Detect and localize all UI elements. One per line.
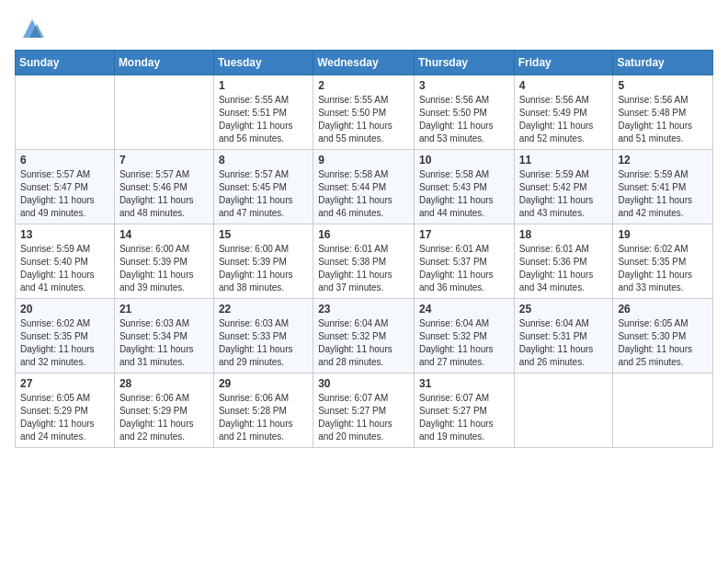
- cell-content: Sunrise: 6:01 AM Sunset: 5:38 PM Dayligh…: [318, 243, 409, 294]
- calendar-header-row: SundayMondayTuesdayWednesdayThursdayFrid…: [16, 51, 713, 75]
- day-number: 22: [219, 303, 308, 316]
- weekday-header: Saturday: [613, 51, 713, 75]
- weekday-header: Tuesday: [213, 51, 313, 75]
- day-number: 8: [219, 154, 308, 167]
- day-number: 29: [219, 377, 308, 390]
- calendar-cell: 19Sunrise: 6:02 AM Sunset: 5:35 PM Dayli…: [613, 224, 713, 299]
- calendar-cell: 23Sunrise: 6:04 AM Sunset: 5:32 PM Dayli…: [313, 299, 415, 373]
- day-number: 25: [519, 303, 609, 316]
- calendar-cell: 15Sunrise: 6:00 AM Sunset: 5:39 PM Dayli…: [213, 224, 313, 299]
- calendar-cell: 12Sunrise: 5:59 AM Sunset: 5:41 PM Dayli…: [613, 150, 713, 224]
- calendar-cell: 22Sunrise: 6:03 AM Sunset: 5:33 PM Dayli…: [213, 299, 313, 373]
- calendar-cell: 18Sunrise: 6:01 AM Sunset: 5:36 PM Dayli…: [514, 224, 613, 299]
- calendar-week-row: 6Sunrise: 5:57 AM Sunset: 5:47 PM Daylig…: [16, 150, 713, 224]
- calendar-cell: 20Sunrise: 6:02 AM Sunset: 5:35 PM Dayli…: [16, 299, 115, 373]
- cell-content: Sunrise: 5:58 AM Sunset: 5:43 PM Dayligh…: [419, 168, 509, 220]
- day-number: 30: [318, 377, 409, 390]
- calendar-cell: 1Sunrise: 5:55 AM Sunset: 5:51 PM Daylig…: [213, 75, 313, 150]
- day-number: 26: [618, 303, 708, 316]
- calendar-cell: 5Sunrise: 5:56 AM Sunset: 5:48 PM Daylig…: [613, 75, 713, 150]
- cell-content: Sunrise: 6:05 AM Sunset: 5:29 PM Dayligh…: [20, 392, 109, 443]
- cell-content: Sunrise: 6:04 AM Sunset: 5:32 PM Dayligh…: [318, 317, 409, 369]
- calendar-cell: 16Sunrise: 6:01 AM Sunset: 5:38 PM Dayli…: [313, 224, 415, 299]
- day-number: 19: [618, 228, 708, 241]
- calendar-cell: 28Sunrise: 6:06 AM Sunset: 5:29 PM Dayli…: [114, 373, 213, 448]
- day-number: 28: [119, 377, 209, 390]
- calendar-cell: [514, 373, 613, 448]
- calendar-cell: 9Sunrise: 5:58 AM Sunset: 5:44 PM Daylig…: [313, 150, 415, 224]
- day-number: 4: [519, 79, 609, 92]
- day-number: 2: [318, 79, 409, 92]
- day-number: 24: [419, 303, 509, 316]
- calendar-cell: 10Sunrise: 5:58 AM Sunset: 5:43 PM Dayli…: [414, 150, 514, 224]
- day-number: 7: [119, 154, 209, 167]
- calendar-cell: 21Sunrise: 6:03 AM Sunset: 5:34 PM Dayli…: [114, 299, 213, 373]
- calendar-cell: [613, 373, 713, 448]
- day-number: 18: [519, 228, 609, 241]
- cell-content: Sunrise: 5:59 AM Sunset: 5:41 PM Dayligh…: [618, 168, 708, 220]
- day-number: 23: [318, 303, 409, 316]
- cell-content: Sunrise: 6:00 AM Sunset: 5:39 PM Dayligh…: [119, 243, 209, 294]
- cell-content: Sunrise: 6:01 AM Sunset: 5:37 PM Dayligh…: [419, 243, 509, 294]
- cell-content: Sunrise: 6:07 AM Sunset: 5:27 PM Dayligh…: [318, 392, 409, 443]
- calendar-cell: 24Sunrise: 6:04 AM Sunset: 5:32 PM Dayli…: [414, 299, 514, 373]
- weekday-header: Friday: [514, 51, 613, 75]
- cell-content: Sunrise: 6:02 AM Sunset: 5:35 PM Dayligh…: [20, 317, 109, 369]
- calendar-cell: [114, 75, 213, 150]
- weekday-header: Thursday: [414, 51, 514, 75]
- logo-icon: [18, 15, 46, 42]
- logo: [15, 15, 46, 42]
- page-header: [15, 15, 713, 42]
- cell-content: Sunrise: 5:55 AM Sunset: 5:51 PM Dayligh…: [219, 94, 308, 145]
- calendar-cell: 29Sunrise: 6:06 AM Sunset: 5:28 PM Dayli…: [213, 373, 313, 448]
- calendar-table: SundayMondayTuesdayWednesdayThursdayFrid…: [15, 50, 713, 448]
- weekday-header: Wednesday: [313, 51, 415, 75]
- calendar-cell: 25Sunrise: 6:04 AM Sunset: 5:31 PM Dayli…: [514, 299, 613, 373]
- day-number: 10: [419, 154, 509, 167]
- day-number: 9: [318, 154, 409, 167]
- day-number: 27: [20, 377, 109, 390]
- cell-content: Sunrise: 5:57 AM Sunset: 5:45 PM Dayligh…: [219, 168, 308, 220]
- day-number: 6: [20, 154, 109, 167]
- calendar-cell: 4Sunrise: 5:56 AM Sunset: 5:49 PM Daylig…: [514, 75, 613, 150]
- day-number: 21: [119, 303, 209, 316]
- cell-content: Sunrise: 5:58 AM Sunset: 5:44 PM Dayligh…: [318, 168, 409, 220]
- calendar-cell: 17Sunrise: 6:01 AM Sunset: 5:37 PM Dayli…: [414, 224, 514, 299]
- calendar-cell: 30Sunrise: 6:07 AM Sunset: 5:27 PM Dayli…: [313, 373, 415, 448]
- day-number: 12: [618, 154, 708, 167]
- calendar-cell: [16, 75, 115, 150]
- cell-content: Sunrise: 6:04 AM Sunset: 5:32 PM Dayligh…: [419, 317, 509, 369]
- calendar-cell: 13Sunrise: 5:59 AM Sunset: 5:40 PM Dayli…: [16, 224, 115, 299]
- day-number: 15: [219, 228, 308, 241]
- cell-content: Sunrise: 5:55 AM Sunset: 5:50 PM Dayligh…: [318, 94, 409, 145]
- cell-content: Sunrise: 5:59 AM Sunset: 5:40 PM Dayligh…: [20, 243, 109, 294]
- cell-content: Sunrise: 6:02 AM Sunset: 5:35 PM Dayligh…: [618, 243, 708, 294]
- cell-content: Sunrise: 5:59 AM Sunset: 5:42 PM Dayligh…: [519, 168, 609, 220]
- cell-content: Sunrise: 6:04 AM Sunset: 5:31 PM Dayligh…: [519, 317, 609, 369]
- calendar-cell: 8Sunrise: 5:57 AM Sunset: 5:45 PM Daylig…: [213, 150, 313, 224]
- cell-content: Sunrise: 6:07 AM Sunset: 5:27 PM Dayligh…: [419, 392, 509, 443]
- calendar-week-row: 20Sunrise: 6:02 AM Sunset: 5:35 PM Dayli…: [16, 299, 713, 373]
- day-number: 1: [219, 79, 308, 92]
- weekday-header: Sunday: [16, 51, 115, 75]
- day-number: 31: [419, 377, 509, 390]
- calendar-cell: 11Sunrise: 5:59 AM Sunset: 5:42 PM Dayli…: [514, 150, 613, 224]
- cell-content: Sunrise: 6:06 AM Sunset: 5:28 PM Dayligh…: [219, 392, 308, 443]
- day-number: 11: [519, 154, 609, 167]
- cell-content: Sunrise: 5:57 AM Sunset: 5:46 PM Dayligh…: [119, 168, 209, 220]
- cell-content: Sunrise: 5:56 AM Sunset: 5:50 PM Dayligh…: [419, 94, 509, 145]
- cell-content: Sunrise: 5:57 AM Sunset: 5:47 PM Dayligh…: [20, 168, 109, 220]
- cell-content: Sunrise: 6:00 AM Sunset: 5:39 PM Dayligh…: [219, 243, 308, 294]
- cell-content: Sunrise: 6:01 AM Sunset: 5:36 PM Dayligh…: [519, 243, 609, 294]
- cell-content: Sunrise: 6:03 AM Sunset: 5:33 PM Dayligh…: [219, 317, 308, 369]
- calendar-cell: 3Sunrise: 5:56 AM Sunset: 5:50 PM Daylig…: [414, 75, 514, 150]
- day-number: 17: [419, 228, 509, 241]
- day-number: 3: [419, 79, 509, 92]
- calendar-cell: 6Sunrise: 5:57 AM Sunset: 5:47 PM Daylig…: [16, 150, 115, 224]
- day-number: 14: [119, 228, 209, 241]
- weekday-header: Monday: [114, 51, 213, 75]
- calendar-cell: 31Sunrise: 6:07 AM Sunset: 5:27 PM Dayli…: [414, 373, 514, 448]
- calendar-cell: 7Sunrise: 5:57 AM Sunset: 5:46 PM Daylig…: [114, 150, 213, 224]
- cell-content: Sunrise: 5:56 AM Sunset: 5:48 PM Dayligh…: [618, 94, 708, 145]
- cell-content: Sunrise: 5:56 AM Sunset: 5:49 PM Dayligh…: [519, 94, 609, 145]
